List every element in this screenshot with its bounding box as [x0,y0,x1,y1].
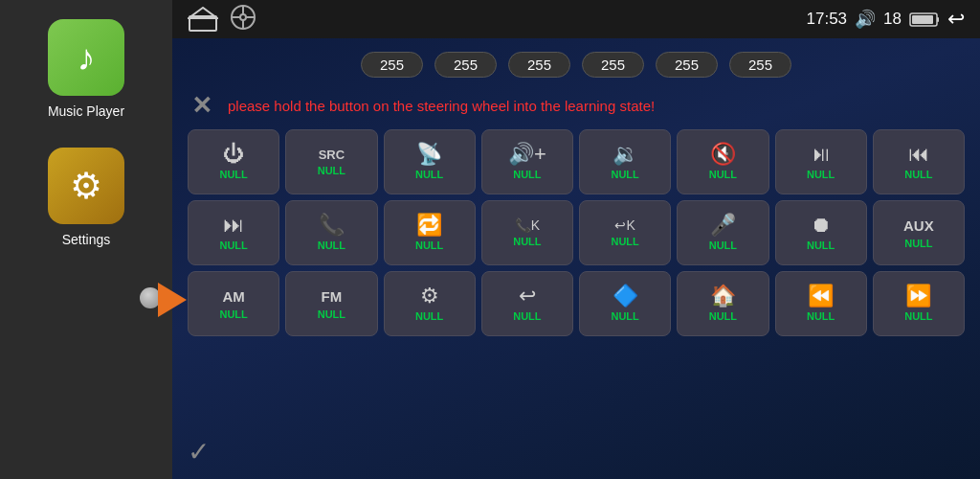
btn-home-label: NULL [709,310,737,322]
vol-mute-icon: 🔇 [710,144,736,165]
btn-vol-down-label: NULL [611,169,638,180]
pill-5: 255 [656,52,718,78]
bluetooth-icon: 🔷 [612,285,638,307]
btn-fast-forward[interactable]: ⏩ NULL [873,271,965,336]
power-icon: ⏻ [223,144,244,165]
vol-down-icon: 🔉 [612,144,638,165]
pill-3: 255 [508,52,570,78]
btn-rewind-label: NULL [807,310,835,322]
btn-src[interactable]: SRC NULL [285,129,377,194]
btn-repeat[interactable]: 🔁 NULL [384,200,476,265]
back-button[interactable]: ↩ [947,7,965,32]
btn-prev-track[interactable]: ⏮ NULL [873,129,965,194]
btn-skip-back-label: NULL [611,236,638,247]
music-player-label: Music Player [48,103,124,119]
btn-record[interactable]: ⏺ NULL [775,200,867,265]
btn-phone-accept-label: NULL [318,240,345,251]
signal-icon [909,10,940,29]
svg-rect-9 [912,15,933,24]
btn-settings-wheel[interactable]: ⚙ NULL [384,271,476,336]
gps-icon: 📡 [416,144,442,165]
phone-k-icon: 📞K [515,218,540,232]
btn-back[interactable]: ↩ NULL [481,271,573,336]
sidebar-item-music[interactable]: ♪ Music Player [48,19,124,119]
play-pause-icon: ⏯ [811,144,832,165]
mic-icon: 🎤 [710,215,736,236]
btn-settings-wheel-label: NULL [415,310,443,322]
btn-phone-k[interactable]: 📞K NULL [481,200,573,265]
time-display: 17:53 [807,10,848,29]
btn-rewind[interactable]: ⏪ NULL [775,271,867,336]
svg-point-3 [240,14,246,20]
back-arrow-icon: ↩ [519,285,536,307]
btn-fm[interactable]: FM NULL [285,271,377,336]
vol-up-icon: 🔊+ [508,144,546,165]
home-icon: 🏠 [710,285,736,307]
instruction-text: please hold the button on the steering w… [228,98,655,114]
am-text: AM [222,288,244,305]
btn-phone-accept[interactable]: 📞 NULL [285,200,377,265]
settings-label: Settings [62,232,111,247]
btn-next-track[interactable]: ⏭ NULL [188,200,279,265]
btn-play-pause[interactable]: ⏯ NULL [775,129,867,194]
aux-text: AUX [903,217,934,234]
pill-4: 255 [582,52,644,78]
btn-src-label: NULL [318,165,345,176]
top-bar-nav [188,4,256,34]
volume-level: 18 [883,10,902,29]
btn-play-pause-label: NULL [807,169,835,180]
nav-icon-2[interactable] [230,4,256,34]
svg-rect-10 [937,17,939,22]
btn-vol-up-label: NULL [513,169,541,180]
btn-vol-down[interactable]: 🔉 NULL [579,129,671,194]
close-button[interactable]: ✕ [191,93,212,118]
button-row-1: ⏻ NULL SRC NULL 📡 NULL 🔊+ NULL 🔉 NULL [188,129,965,194]
button-grid: ⏻ NULL SRC NULL 📡 NULL 🔊+ NULL 🔉 NULL [172,124,980,342]
checkmark-icon: ✓ [188,437,210,467]
btn-mic[interactable]: 🎤 NULL [677,200,768,265]
btn-repeat-label: NULL [415,240,443,251]
btn-am-label: NULL [219,308,247,320]
btn-aux[interactable]: AUX NULL [873,200,965,265]
pill-1: 255 [361,52,423,78]
btn-skip-back[interactable]: ↩K NULL [579,200,671,265]
steering-wheel-icon [230,4,256,31]
btn-next-track-label: NULL [219,240,247,251]
phone-accept-icon: 📞 [319,215,345,236]
btn-power-label: NULL [219,169,247,180]
record-icon: ⏺ [811,215,832,236]
btn-fm-label: NULL [318,308,345,320]
confirm-button[interactable]: ✓ [188,436,210,468]
status-bar: 17:53 🔊 18 ↩ [807,7,965,32]
btn-fast-forward-label: NULL [904,310,932,322]
settings-icon: ⚙ [48,148,124,224]
top-bar: 17:53 🔊 18 ↩ [172,0,980,38]
sidebar-item-settings[interactable]: ⚙ Settings [48,148,124,247]
sidebar: ♪ Music Player ⚙ Settings [0,0,172,479]
btn-am[interactable]: AM NULL [188,271,279,336]
repeat-icon: 🔁 [416,215,442,236]
volume-icon: 🔊 [855,9,876,30]
fm-text: FM [322,288,343,305]
skip-back-icon: ↩K [614,218,635,232]
settings-wheel-icon: ⚙ [420,285,439,307]
btn-power[interactable]: ⏻ NULL [188,129,279,194]
button-row-2: ⏭ NULL 📞 NULL 🔁 NULL 📞K NULL ↩K NULL [188,200,965,265]
btn-vol-mute-label: NULL [709,169,737,180]
btn-gps[interactable]: 📡 NULL [384,129,476,194]
btn-bluetooth-label: NULL [611,310,638,322]
btn-vol-up[interactable]: 🔊+ NULL [481,129,573,194]
pill-2: 255 [434,52,497,78]
btn-phone-k-label: NULL [513,236,541,247]
btn-home[interactable]: 🏠 NULL [677,271,768,336]
btn-bluetooth[interactable]: 🔷 NULL [579,271,671,336]
main-content: 255 255 255 255 255 255 ✕ please hold th… [172,38,980,479]
next-track-icon: ⏭ [223,215,244,236]
btn-back-label: NULL [513,310,541,322]
btn-record-label: NULL [807,240,835,251]
pill-6: 255 [729,52,791,78]
home-nav-button[interactable] [188,6,218,33]
rewind-icon: ⏪ [808,285,834,307]
btn-vol-mute[interactable]: 🔇 NULL [677,129,768,194]
btn-aux-label: NULL [904,238,932,249]
